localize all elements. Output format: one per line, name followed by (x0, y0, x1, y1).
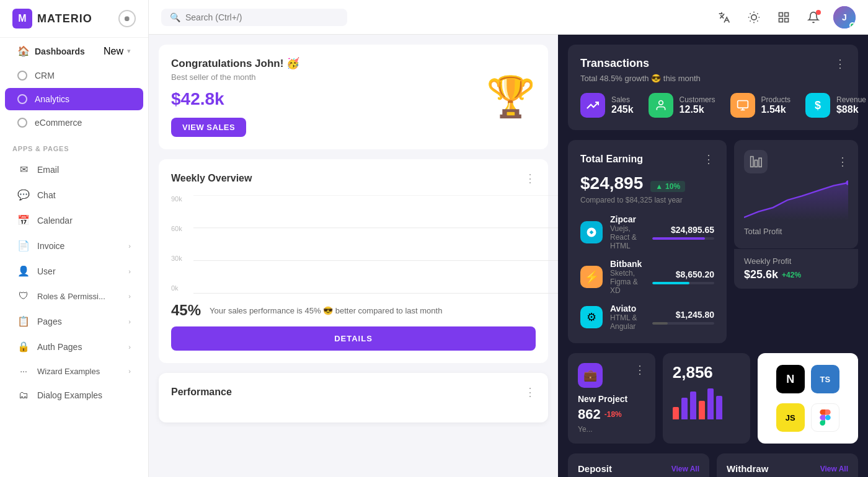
analytics-label: Analytics (35, 94, 69, 104)
revenue-info: Revenue $88k (836, 95, 866, 115)
sidebar-item-roles[interactable]: 🛡 Roles & Permissi... › (5, 284, 143, 308)
sidebar-item-invoice[interactable]: 📄 Invoice › (5, 234, 143, 258)
ecommerce-label: eCommerce (35, 118, 82, 128)
auth-label: Auth Pages (37, 342, 82, 352)
mini-bars-chart (673, 388, 740, 419)
sidebar-item-crm[interactable]: CRM (5, 64, 143, 87)
svg-point-9 (658, 101, 663, 105)
transactions-title: Transactions (580, 57, 701, 70)
weekly-card-header: Weekly Overview ⋮ (171, 172, 536, 185)
notification-icon[interactable] (804, 7, 823, 27)
bitbank-info: Bitbank Sketch, Figma & XD (610, 259, 645, 295)
customers-info: Customers 12.5k (680, 95, 715, 115)
tech-logos-card: N TS JS (758, 353, 859, 444)
dialog-label: Dialog Examples (37, 390, 102, 400)
revenue-label: Revenue (836, 95, 866, 104)
sales-value: 245k (611, 104, 634, 115)
svg-rect-1 (779, 12, 783, 16)
transactions-menu-icon[interactable]: ⋮ (835, 57, 846, 71)
sidebar-item-dialog[interactable]: 🗂 Dialog Examples (5, 383, 143, 407)
withdraw-view-all[interactable]: View All (820, 465, 848, 473)
javascript-logo: JS (776, 403, 805, 432)
wizard-label: Wizard Examples (37, 367, 100, 376)
sidebar-item-pages[interactable]: 📋 Pages › (5, 309, 143, 333)
earning-menu-icon[interactable]: ⋮ (703, 152, 714, 166)
calendar-icon: 📅 (17, 214, 30, 226)
aviato-value: $1,245.80 (652, 310, 714, 320)
performance-description: Your sales performance is 45% 😎 better c… (210, 306, 442, 315)
logo-icon: M (12, 9, 32, 28)
customers-label: Customers (680, 95, 715, 104)
shield-icon: 🛡 (17, 291, 30, 302)
online-status-dot (849, 22, 856, 28)
content-right: Transactions Total 48.5% growth 😎 this m… (558, 35, 868, 477)
dialog-icon: 🗂 (17, 390, 30, 401)
weekly-menu-icon[interactable]: ⋮ (525, 172, 536, 185)
sidebar-item-chat[interactable]: 💬 Chat (5, 183, 143, 207)
weekly-profit-growth: +42% (782, 271, 801, 279)
profit-menu-icon[interactable]: ⋮ (837, 155, 848, 168)
translate-icon[interactable] (714, 7, 734, 27)
sidebar-item-dashboards[interactable]: 🏠 Dashboards New ▾ (5, 39, 143, 63)
weekly-profit-amount: $25.6k (744, 268, 778, 281)
sidebar-item-calendar[interactable]: 📅 Calendar (5, 208, 143, 232)
sidebar-item-wizard[interactable]: ··· Wizard Examples › (5, 360, 143, 382)
zipcar-name: Zipcar (610, 214, 645, 224)
circle-icon-active (17, 94, 27, 104)
view-sales-button[interactable]: VIEW SALES (171, 118, 246, 137)
total-profit-label: Total Profit (744, 227, 848, 236)
aviato-info: Aviato HTML & Angular (610, 304, 645, 331)
deposit-view-all[interactable]: View All (671, 465, 699, 473)
aviato-logo: ⚙ (580, 306, 603, 328)
revenue-icon: $ (805, 93, 830, 118)
bottom-row: 💼 ⋮ New Project 862 -18% Ye... 2,856 (568, 353, 858, 444)
pages-label: Pages (37, 317, 62, 326)
total-earning-card: Total Earning ⋮ $24,895 ▲ 10% Compared t… (568, 140, 727, 343)
y-label-60k: 60k (171, 225, 182, 232)
email-icon: ✉ (17, 164, 30, 175)
sidebar-item-email[interactable]: ✉ Email (5, 157, 143, 182)
content-area: Congratulations John! 🥳 Best seller of t… (149, 35, 868, 477)
search-input[interactable] (185, 12, 339, 22)
new-project-card: 💼 ⋮ New Project 862 -18% Ye... (568, 353, 655, 444)
revenue-value: $88k (836, 104, 866, 115)
performance-percent: 45% (171, 302, 201, 319)
products-stat: Products 1.54k (730, 93, 790, 118)
sidebar-item-auth[interactable]: 🔒 Auth Pages › (5, 335, 143, 359)
details-button[interactable]: DETAILS (171, 326, 536, 351)
transactions-stats: Sales 245k Customers 12.5k (580, 93, 846, 118)
sales-stat: Sales 245k (580, 93, 634, 118)
sidebar-item-ecommerce[interactable]: eCommerce (5, 112, 143, 134)
performance-menu-icon[interactable]: ⋮ (525, 385, 536, 399)
weekly-profit-card: Weekly Profit $25.6k +42% (734, 248, 858, 289)
sidebar-item-user[interactable]: 👤 User › (5, 259, 143, 283)
theme-icon[interactable] (744, 7, 764, 27)
topbar-actions: J (714, 6, 856, 28)
transactions-card: Transactions Total 48.5% growth 😎 this m… (568, 45, 858, 130)
trophy-icon: 🏆 (486, 74, 536, 120)
earning-header: Total Earning ⋮ (580, 152, 714, 166)
products-label: Products (761, 95, 790, 104)
earning-item-aviato: ⚙ Aviato HTML & Angular $1,245.80 (580, 304, 714, 331)
project-menu-icon[interactable]: ⋮ (634, 363, 645, 377)
mini-bar (716, 396, 722, 419)
deposit-title: Deposit (578, 463, 612, 474)
invoice-icon: 📄 (17, 240, 30, 252)
email-label: Email (37, 165, 59, 175)
weekly-title: Weekly Overview (171, 173, 252, 184)
performance-card: Performance ⋮ (159, 373, 548, 422)
search-box[interactable]: 🔍 (161, 9, 347, 26)
nextjs-logo: N (776, 365, 805, 393)
growth-arrow: ▲ (655, 182, 663, 191)
figma-logo (811, 403, 839, 432)
profit-chart-area (744, 178, 848, 222)
performance-header: Performance ⋮ (171, 385, 536, 399)
mini-bar (707, 388, 714, 419)
user-avatar[interactable]: J (833, 6, 856, 28)
record-icon[interactable]: ⏺ (118, 10, 136, 27)
new-project-stat: Ye... (578, 425, 645, 434)
grid-icon[interactable] (774, 7, 794, 27)
sales-icon (580, 93, 605, 118)
sidebar-item-analytics[interactable]: Analytics (5, 88, 143, 110)
svg-rect-14 (755, 160, 757, 167)
